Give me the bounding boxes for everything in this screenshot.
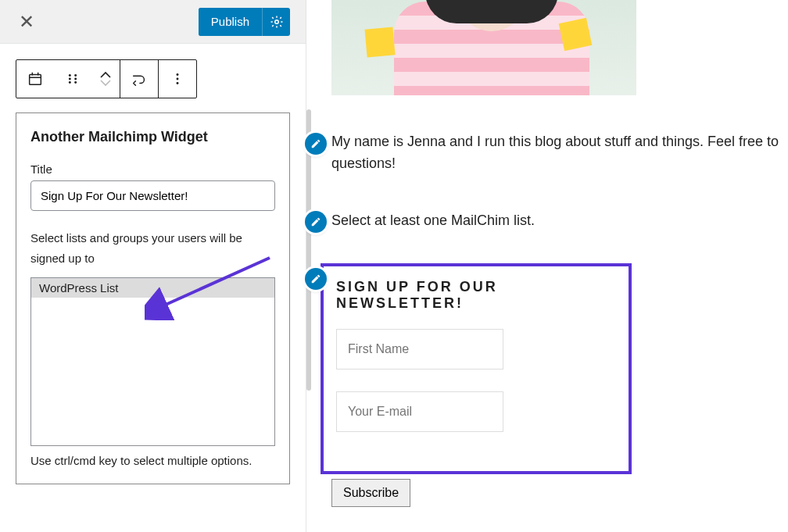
publish-settings-button[interactable] [262, 8, 290, 36]
block-type-button[interactable] [16, 60, 54, 98]
svg-point-4 [69, 81, 71, 84]
svg-point-9 [177, 78, 179, 80]
editor-topbar: ✕ Publish [0, 0, 306, 44]
drag-icon [64, 70, 81, 87]
svg-point-7 [74, 81, 77, 84]
about-text: My name is Jenna and I run this blog abo… [331, 134, 779, 171]
first-name-input[interactable] [336, 329, 503, 370]
svg-point-0 [274, 20, 278, 23]
list-select[interactable]: WordPress List [30, 277, 275, 446]
move-buttons[interactable] [91, 60, 120, 98]
svg-point-8 [177, 73, 179, 76]
editor-body: Another Mailchimp Widget Title Select li… [0, 44, 306, 500]
list-option[interactable]: WordPress List [31, 278, 274, 298]
close-icon[interactable]: ✕ [16, 9, 38, 34]
customizer-preview: My name is Jenna and I run this blog abo… [306, 0, 788, 532]
drag-handle[interactable] [54, 60, 91, 98]
undo-button[interactable] [120, 60, 158, 98]
about-widget-text: My name is Jenna and I run this blog abo… [331, 131, 788, 175]
title-label: Title [30, 162, 275, 176]
email-input[interactable] [336, 391, 503, 432]
more-icon [169, 70, 186, 87]
svg-point-6 [74, 78, 77, 80]
svg-point-5 [74, 74, 77, 77]
gear-icon [270, 15, 284, 29]
subscribe-button[interactable]: Subscribe [331, 479, 410, 507]
edit-widget-button[interactable] [305, 211, 327, 233]
pencil-icon [310, 138, 321, 149]
publish-button[interactable]: Publish [199, 8, 262, 36]
calendar-icon [27, 70, 44, 87]
about-image [331, 0, 636, 95]
svg-rect-1 [30, 75, 41, 85]
widget-editor-panel: ✕ Publish [0, 0, 306, 532]
newsletter-heading: SIGN UP FOR OUR NEWSLETTER! [336, 279, 616, 312]
widget-heading: Another Mailchimp Widget [30, 129, 275, 145]
list-select-label: Select lists and groups your users will … [30, 228, 275, 268]
svg-point-10 [177, 82, 179, 84]
widget-block: Another Mailchimp Widget Title Select li… [16, 112, 290, 484]
svg-point-3 [69, 78, 71, 80]
more-options-button[interactable] [159, 60, 196, 98]
warning-text: Select at least one MailChim list. [331, 212, 535, 228]
list-select-hint: Use ctrl/cmd key to select multiple opti… [30, 451, 275, 471]
pencil-icon [310, 273, 321, 284]
warning-widget: Select at least one MailChim list. [331, 212, 788, 229]
title-input[interactable] [30, 180, 275, 211]
svg-point-2 [69, 74, 71, 77]
pencil-icon [310, 216, 321, 227]
edit-widget-button[interactable] [305, 133, 327, 155]
chevron-down-icon[interactable] [99, 79, 112, 87]
edit-widget-button[interactable] [305, 268, 327, 290]
publish-group: Publish [199, 8, 290, 36]
undo-icon [131, 70, 148, 87]
newsletter-form-widget: SIGN UP FOR OUR NEWSLETTER! [321, 263, 632, 474]
block-toolbar [16, 59, 197, 98]
